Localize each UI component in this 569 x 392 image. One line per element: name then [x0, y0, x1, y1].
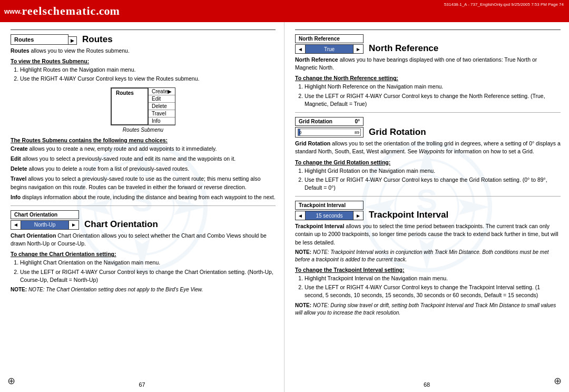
routes-submenu-box: Routes Create▶ Edit Delete Travel Info — [111, 87, 175, 125]
north-reference-header: North Reference ◄ True ► North Reference — [295, 34, 561, 54]
site-name: reelschematic — [22, 4, 96, 18]
trackpoint-change-heading: To change the Trackpoint Interval settin… — [295, 267, 561, 273]
submenu-item-travel: Travel — [149, 110, 175, 117]
left-page: S Routes ▶ Routes Routes allows you to v… — [0, 22, 284, 392]
chart-orientation-left-arrow[interactable]: ◄ — [11, 221, 21, 229]
chart-orientation-right-arrow[interactable]: ► — [68, 221, 79, 229]
info-text: displays information about the route, in… — [22, 194, 275, 200]
main-content: S Routes ▶ Routes Routes allows you to v… — [0, 22, 569, 392]
north-bold: North Reference — [295, 56, 338, 63]
tld: .com — [96, 4, 120, 18]
routes-submenu-diagram: Routes Create▶ Edit Delete Travel Info R… — [11, 87, 276, 133]
chart-orientation-header: Chart Orientation ◄ North-Up ► Chart Ori… — [11, 210, 276, 230]
create-text: allows you to create a new, empty route … — [30, 145, 217, 152]
step-item: Highlight Routes on the Navigation main … — [20, 66, 276, 74]
trackpoint-selector[interactable]: ◄ 15 seconds ► — [295, 211, 364, 220]
right-page-content: North Reference ◄ True ► North Reference… — [295, 30, 561, 317]
submenu-item-info: Info — [149, 117, 175, 125]
create-desc: Create allows you to create a new, empty… — [11, 145, 276, 153]
submenu-item-edit: Edit — [149, 95, 175, 103]
left-page-content: Routes ▶ Routes Routes allows you to vie… — [11, 30, 276, 293]
trackpoint-value: 15 seconds — [306, 211, 353, 220]
chart-orientation-selector[interactable]: ◄ North-Up ► — [11, 220, 79, 230]
submenu-item-delete: Delete — [149, 103, 175, 110]
file-info: 531438-1_A - 737_EnglishOnly.qxd 9/25/20… — [444, 2, 564, 7]
step-item: Use the LEFT or RIGHT 4-WAY Cursor Contr… — [305, 283, 561, 299]
trackpoint-bold: Trackpoint Interval — [295, 223, 344, 229]
right-divider2 — [295, 196, 561, 197]
edit-desc: Edit allows you to select a previously-s… — [11, 155, 276, 163]
info-bold: Info — [11, 194, 21, 200]
step-item: Highlight Trackpoint Interval on the Nav… — [305, 275, 561, 282]
chart-steps: Highlight Chart Orientation on the Navig… — [20, 259, 276, 284]
grid-rotation-header: Grid Rotation 0° 0 89 Grid Rotation — [295, 117, 561, 138]
routes-arrow-box[interactable]: ▶ — [68, 36, 77, 45]
trackpoint-right-arrow[interactable]: ► — [353, 211, 363, 220]
right-page: S North Reference ◄ True ► North Referen… — [284, 22, 569, 392]
right-page-number: 68 — [424, 381, 430, 388]
grid-desc-text2: for information on how to set a Grid. — [446, 148, 534, 154]
menu-choices-heading: The Routes Submenu contains the followin… — [11, 137, 276, 143]
routes-header-row: Routes ▶ Routes — [11, 34, 276, 45]
www-prefix: www. — [4, 7, 22, 15]
step-item: Use the RIGHT 4-WAY Cursor Control keys … — [20, 75, 276, 83]
delete-desc: Delete allows you to delete a route from… — [11, 165, 276, 173]
travel-bold: Travel — [11, 175, 26, 182]
note-text-content: NOTE: The Chart Orientation setting does… — [28, 287, 203, 292]
north-reference-value: True — [306, 45, 353, 53]
travel-desc: Travel allows you to select a previously… — [11, 175, 276, 191]
grid-rotation-title: Grid Rotation — [369, 127, 426, 138]
north-reference-control: North Reference ◄ True ► — [295, 34, 364, 54]
north-change-heading: To change the North Reference setting: — [295, 75, 561, 81]
trackpoint-left-arrow[interactable]: ◄ — [296, 211, 306, 220]
chart-note: NOTE: NOTE: The Chart Orientation settin… — [11, 286, 276, 293]
grid-rotation-degree: 0° — [355, 119, 360, 124]
step-item: Highlight Grid Rotation on the Navigatio… — [305, 167, 561, 175]
grid-waypoints-italic: Waypoints — [419, 148, 445, 154]
chart-orientation-title: Chart Orientation — [84, 219, 158, 230]
grid-rotation-track[interactable]: 0 89 — [298, 129, 361, 136]
north-reference-label: North Reference — [299, 36, 340, 42]
trackpoint-label: Trackpoint Interval — [299, 202, 346, 208]
north-reference-title: North Reference — [369, 43, 438, 54]
step-item: Highlight North Reference on the Navigat… — [305, 83, 561, 91]
delete-bold: Delete — [11, 165, 27, 172]
grid-rotation-label-box: Grid Rotation 0° — [295, 117, 364, 126]
north-reference-selector[interactable]: ◄ True ► — [295, 44, 364, 54]
note2-italic: NOTE: During slow travel or drift, setti… — [295, 302, 556, 316]
left-crosshair-bottom: ⊕ — [7, 376, 15, 386]
trackpoint-steps: Highlight Trackpoint Interval on the Nav… — [305, 275, 561, 300]
slider-max-label: 89 — [355, 130, 359, 135]
grid-change-heading: To change the Grid Rotation setting: — [295, 159, 561, 165]
right-divider1 — [295, 112, 561, 113]
routes-title: Routes — [82, 34, 113, 45]
north-ref-left-arrow[interactable]: ◄ — [296, 45, 306, 53]
chart-orientation-value: North-Up — [21, 221, 68, 229]
note2-bold: NOTE: — [295, 302, 313, 308]
routes-bold: Routes — [11, 47, 30, 54]
chart-orientation-desc: Chart Orientation Chart Orientation allo… — [11, 232, 276, 248]
trackpoint-header: Trackpoint Interval ◄ 15 seconds ► Track… — [295, 201, 561, 220]
step-item: Use the LEFT or RIGHT 4-WAY Cursor Contr… — [20, 268, 276, 284]
trackpoint-label-box: Trackpoint Interval — [295, 201, 364, 210]
edit-text: allows you to select a previously-saved … — [23, 155, 236, 162]
north-reference-desc: North Reference allows you to have beari… — [295, 56, 561, 72]
slider-min-label: 0 — [299, 130, 301, 135]
trackpoint-control: Trackpoint Interval ◄ 15 seconds ► — [295, 201, 364, 220]
routes-label: Routes — [14, 36, 34, 43]
routes-submenu-label: Routes — [111, 88, 148, 125]
right-crosshair-bottom: ⊕ — [554, 376, 562, 386]
top-rule-right — [295, 30, 561, 30]
grid-steps: Highlight Grid Rotation on the Navigatio… — [305, 167, 561, 192]
info-desc: Info displays information about the rout… — [11, 193, 276, 201]
grid-rotation-label: Grid Rotation — [299, 119, 332, 124]
top-rule — [11, 30, 276, 30]
trackpoint-title: Trackpoint Interval — [369, 210, 448, 220]
routes-desc-text: allows you to view the Routes submenu. — [31, 47, 130, 54]
routes-description: Routes allows you to view the Routes sub… — [11, 47, 276, 55]
north-ref-right-arrow[interactable]: ► — [353, 45, 363, 53]
step-item: Highlight Chart Orientation on the Navig… — [20, 259, 276, 267]
view-submenu-heading: To view the Routes Submenu: — [11, 58, 276, 64]
chart-orientation-label-box: Chart Orientation — [11, 210, 79, 219]
edit-bold: Edit — [11, 155, 21, 162]
